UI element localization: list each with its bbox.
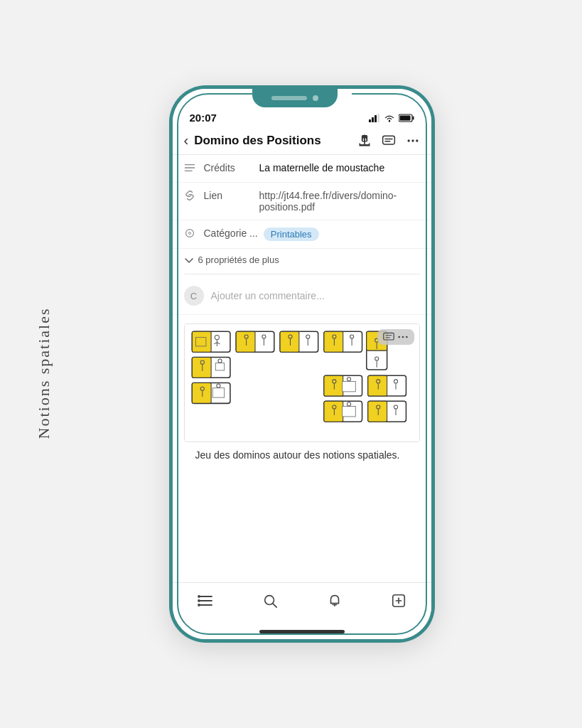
nav-bar: ‹ Domino des Positions [173,127,431,155]
svg-rect-84 [367,401,387,422]
svg-line-96 [273,604,276,607]
svg-rect-0 [369,119,371,122]
svg-point-19 [398,336,400,338]
credits-value: La maternelle de moustache [259,162,420,173]
notch [252,89,338,107]
home-bar [259,630,345,633]
svg-rect-81 [342,407,355,417]
svg-point-20 [402,336,404,338]
svg-rect-18 [383,333,393,340]
credits-label: Crédits [204,162,254,173]
comment-input[interactable]: Ajouter un commentaire... [211,290,325,301]
nav-actions [357,134,420,148]
mute-button [171,167,173,192]
more-properties-label: 6 propriétés de plus [198,255,279,265]
status-time: 20:07 [190,112,217,124]
svg-point-94 [198,604,200,606]
volume-up-button [171,199,173,238]
svg-rect-72 [367,375,387,396]
svg-rect-2 [374,115,377,122]
svg-point-12 [416,139,418,141]
link-row: Lien http://jt44.free.fr/divers/domino-p… [173,183,431,220]
nav-add-item[interactable] [379,590,418,611]
list-icon [197,594,214,608]
credits-row: Crédits La maternelle de moustache [173,155,431,183]
more-properties-button[interactable]: 6 propriétés de plus [173,249,431,271]
category-row: Catégorie ... Printables [173,220,431,249]
category-icon [184,228,198,240]
link-label: Lien [204,190,254,201]
svg-rect-78 [323,401,343,422]
svg-rect-3 [377,114,379,122]
notch-camera [313,95,318,101]
svg-point-4 [388,120,389,122]
share-icon[interactable] [357,134,372,148]
svg-point-17 [188,232,190,234]
link-value[interactable]: http://jt44.free.fr/divers/domino-positi… [259,190,420,213]
power-button [431,188,433,231]
category-tag[interactable]: Printables [264,228,319,241]
category-label: Catégorie ... [204,228,258,239]
side-text: Notions spatiales [35,308,53,439]
svg-point-93 [198,600,200,601]
svg-rect-63 [212,388,225,397]
content-area: Crédits La maternelle de moustache Lien … [173,155,431,582]
chevron-down-icon [184,257,194,264]
wifi-icon [384,114,395,122]
svg-rect-1 [372,117,374,122]
svg-rect-69 [342,381,355,391]
image-preview: Jeu des dominos autour des notions spati… [184,323,420,468]
signal-icon [369,114,380,122]
svg-rect-28 [195,338,205,346]
svg-rect-7 [399,115,410,120]
link-icon [184,191,198,203]
credits-icon [184,163,198,175]
svg-rect-51 [215,363,224,370]
divider [184,274,420,274]
notch-pill [271,96,307,100]
comment-area: C Ajouter un commentaire... [173,277,431,315]
svg-rect-66 [323,375,343,396]
page-title: Domino des Positions [194,134,357,148]
nav-bell-item[interactable] [316,590,354,611]
svg-point-11 [411,139,414,141]
image-container [184,323,420,442]
status-icons [369,114,414,122]
image-caption: Jeu des dominos autour des notions spati… [184,442,420,468]
phone-frame: 20:07 [171,87,433,641]
image-comment-icon[interactable] [383,332,394,342]
svg-point-21 [406,336,408,338]
home-indicator [173,626,431,639]
svg-rect-60 [192,383,211,404]
image-more-icon[interactable] [397,332,409,342]
more-icon[interactable] [406,134,420,148]
svg-point-92 [198,596,200,597]
svg-point-16 [185,230,193,237]
svg-rect-9 [382,136,394,144]
back-button[interactable]: ‹ [184,132,189,149]
comment-avatar: C [184,286,204,306]
bell-icon [327,593,343,609]
volume-down-button [171,245,173,284]
svg-point-10 [407,139,409,141]
add-icon [391,593,406,609]
nav-search-item[interactable] [251,590,289,611]
battery-icon [399,114,414,122]
image-actions [377,329,414,345]
nav-list-item[interactable] [185,591,225,611]
search-icon [262,593,278,609]
message-icon[interactable] [382,134,396,148]
svg-rect-6 [412,116,414,119]
bottom-nav [173,582,431,626]
